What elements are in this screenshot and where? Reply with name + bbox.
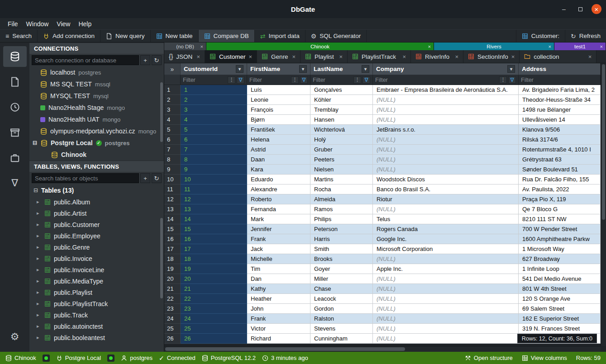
cell[interactable]: Peterson bbox=[310, 224, 373, 234]
connections-scrollbar[interactable] bbox=[160, 82, 163, 142]
connection-olympus-medportal-vychozi-cz[interactable]: olympus-medportal.vychozi.czmongo bbox=[29, 125, 164, 137]
cell-customerid[interactable]: 25 bbox=[181, 324, 247, 334]
row-number[interactable]: 9 bbox=[164, 165, 181, 175]
cell[interactable]: Helena bbox=[247, 135, 310, 145]
cell[interactable]: (NULL) bbox=[373, 95, 519, 105]
cell[interactable]: Nielsen bbox=[310, 165, 373, 175]
menu-item-view[interactable]: View bbox=[52, 19, 74, 28]
tab-collection[interactable]: collection× bbox=[520, 50, 596, 63]
cell-customerid[interactable]: 11 bbox=[181, 184, 247, 194]
filter-company[interactable]: Filter⋮∇ bbox=[373, 75, 519, 85]
cell-customerid[interactable]: 1 bbox=[181, 85, 247, 95]
cell[interactable]: (NULL) bbox=[373, 314, 519, 324]
table-item-public-autoinctest[interactable]: ▸public.autoinctest bbox=[29, 321, 164, 332]
close-icon[interactable]: × bbox=[588, 53, 592, 60]
cell[interactable]: Tremblay bbox=[310, 105, 373, 115]
cell[interactable]: František bbox=[247, 125, 310, 135]
nav-funnel[interactable]: ∇ bbox=[3, 173, 27, 194]
cell[interactable]: Bjørn bbox=[247, 115, 310, 125]
close-icon[interactable]: × bbox=[196, 53, 200, 60]
cell[interactable]: 700 W Pender Street bbox=[519, 224, 601, 234]
cell[interactable]: Klanova 9/506 bbox=[519, 125, 601, 135]
close-icon[interactable]: × bbox=[292, 53, 296, 60]
row-number[interactable]: 25 bbox=[164, 324, 181, 334]
cell[interactable]: Philips bbox=[310, 214, 373, 224]
cell[interactable]: Rocha bbox=[310, 184, 373, 194]
close-icon[interactable]: × bbox=[600, 44, 603, 49]
cell-customerid[interactable]: 13 bbox=[181, 204, 247, 214]
filter-funnel-icon[interactable]: ∇ bbox=[300, 76, 308, 84]
cell[interactable]: Riotur bbox=[373, 194, 519, 204]
row-number[interactable]: 7 bbox=[164, 145, 181, 155]
cell[interactable]: Almeida bbox=[310, 194, 373, 204]
connection-mysql-test[interactable]: MYSQL TESTmysql bbox=[29, 90, 164, 102]
cell[interactable]: Smith bbox=[310, 244, 373, 254]
cell[interactable]: 1600 Amphitheatre Parkw bbox=[519, 234, 601, 244]
cell-customerid[interactable]: 20 bbox=[181, 274, 247, 284]
status-view-columns[interactable]: View columns bbox=[522, 355, 567, 361]
tab-group-test1[interactable]: test1× bbox=[554, 43, 606, 50]
cell[interactable]: Banco do Brasil S.A. bbox=[373, 184, 519, 194]
cell[interactable]: JetBrains s.r.o. bbox=[373, 125, 519, 135]
column-header-customerid[interactable]: CustomerId▾ bbox=[181, 63, 247, 75]
nav-file[interactable] bbox=[3, 71, 27, 92]
column-dropdown-icon[interactable]: ▾ bbox=[299, 65, 307, 73]
cell[interactable]: Astrid bbox=[247, 145, 310, 155]
table-item-public-genre[interactable]: ▸public.Genre bbox=[29, 241, 164, 253]
cell[interactable]: Fernanda bbox=[247, 204, 310, 214]
cell[interactable]: Ullevålsveien 14 bbox=[519, 115, 601, 125]
toolbar-button-refresh[interactable]: ↻Refresh bbox=[565, 30, 606, 42]
cell-customerid[interactable]: 19 bbox=[181, 264, 247, 274]
add-object-button[interactable]: + bbox=[140, 173, 150, 183]
cell[interactable]: Hansen bbox=[310, 115, 373, 125]
cell[interactable]: Peeters bbox=[310, 155, 373, 165]
cell[interactable]: 1 Infinite Loop bbox=[519, 264, 601, 274]
cell-customerid[interactable]: 15 bbox=[181, 224, 247, 234]
column-header-address[interactable]: Address bbox=[519, 63, 601, 75]
row-number[interactable]: 5 bbox=[164, 125, 181, 135]
tab-genre[interactable]: Genre× bbox=[257, 50, 301, 63]
minimize-button[interactable]: – bbox=[559, 4, 569, 14]
row-number[interactable]: 24 bbox=[164, 314, 181, 324]
row-number[interactable]: 2 bbox=[164, 95, 181, 105]
connection-chinook[interactable]: Chinook bbox=[29, 149, 164, 161]
columns-menu-button[interactable]: » bbox=[164, 63, 181, 75]
cell[interactable]: Köhler bbox=[310, 95, 373, 105]
close-icon[interactable]: × bbox=[249, 53, 253, 60]
cell[interactable]: Gruber bbox=[310, 145, 373, 155]
cell-customerid[interactable]: 10 bbox=[181, 175, 247, 184]
close-icon[interactable]: × bbox=[403, 53, 406, 60]
column-header-lastname[interactable]: LastName▾ bbox=[310, 63, 373, 75]
cell[interactable]: Rilská 3174/6 bbox=[519, 135, 601, 145]
filter-funnel-icon[interactable]: ∇ bbox=[363, 76, 370, 84]
row-number[interactable]: 6 bbox=[164, 135, 181, 145]
nav-clock[interactable] bbox=[3, 97, 27, 118]
cell[interactable]: 541 Del Medio Avenue bbox=[519, 274, 601, 284]
cell-customerid[interactable]: 8 bbox=[181, 155, 247, 165]
cell-customerid[interactable]: 3 bbox=[181, 105, 247, 115]
cell[interactable]: Microsoft Corporation bbox=[373, 244, 519, 254]
cell[interactable]: Cunningham bbox=[310, 334, 373, 344]
cell[interactable]: (NULL) bbox=[373, 254, 519, 264]
tab-customer[interactable]: Customer× bbox=[205, 50, 257, 63]
cell[interactable]: Martins bbox=[310, 175, 373, 184]
connection-postgre-local[interactable]: ⊟Postgre Local✓postgres bbox=[29, 137, 164, 149]
cell-customerid[interactable]: 6 bbox=[181, 135, 247, 145]
cell[interactable]: Chase bbox=[310, 284, 373, 294]
row-number[interactable]: 8 bbox=[164, 155, 181, 165]
cell[interactable]: Miller bbox=[310, 274, 373, 284]
tab-group-rivers[interactable]: Rivers× bbox=[434, 43, 554, 50]
close-icon[interactable]: × bbox=[339, 53, 343, 60]
row-number[interactable]: 26 bbox=[164, 334, 181, 344]
cell[interactable]: (NULL) bbox=[373, 165, 519, 175]
column-dropdown-icon[interactable]: ▾ bbox=[362, 65, 369, 73]
row-number[interactable]: 13 bbox=[164, 204, 181, 214]
cell[interactable]: 319 N. Frances Street bbox=[519, 324, 601, 334]
toolbar-button-customer[interactable]: Customer: bbox=[516, 30, 565, 42]
table-item-public-track[interactable]: ▸public.Track bbox=[29, 309, 164, 321]
refresh-objects-button[interactable]: ↻ bbox=[152, 173, 162, 183]
cell-customerid[interactable]: 5 bbox=[181, 125, 247, 135]
cell-customerid[interactable]: 16 bbox=[181, 234, 247, 244]
filter-firstname[interactable]: Filter⋮∇ bbox=[247, 75, 310, 85]
cell[interactable]: Gonçalves bbox=[310, 85, 373, 95]
